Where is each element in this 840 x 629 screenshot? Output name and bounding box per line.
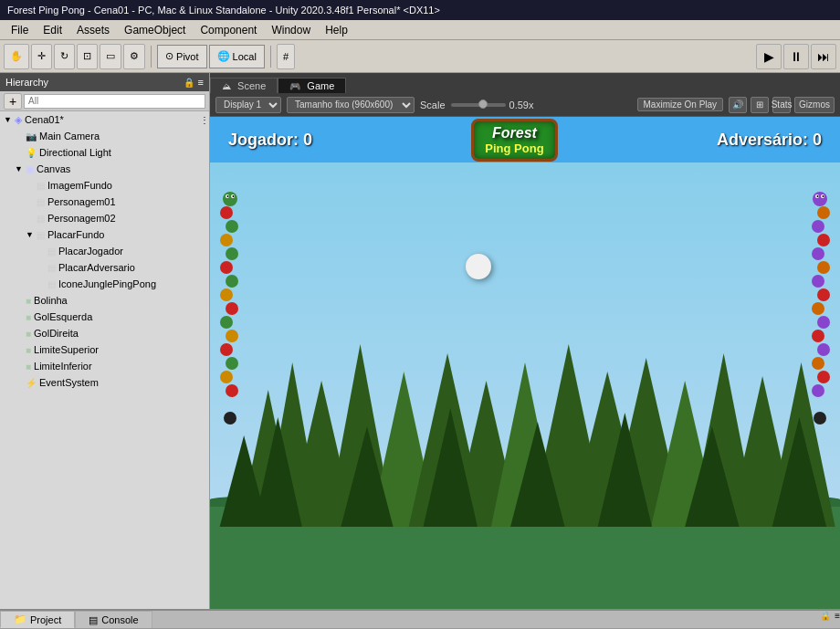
gizmos-button[interactable]: Gizmos <box>794 97 835 113</box>
svg-point-25 <box>226 220 238 233</box>
resolution-dropdown[interactable]: Tamanho fixo (960x600) <box>287 97 415 113</box>
tree-item-cena01[interactable]: ▼ ◈ Cena01* ⋮ <box>0 111 209 128</box>
game-logo: Forest Ping Pong <box>471 119 557 162</box>
svg-point-38 <box>224 412 236 425</box>
tree-item-personagem02[interactable]: ▤ Personagem02 <box>0 210 209 226</box>
tree-item-eventsystem[interactable]: ⚡ EventSystem <box>0 374 209 391</box>
game-toolbar: Display 1 Tamanho fixo (960x600) Scale 0… <box>210 93 840 117</box>
svg-point-41 <box>227 195 229 197</box>
tree-item-canvas[interactable]: ▼ ▣ Canvas <box>0 161 209 177</box>
tree-item-limitesuperior[interactable]: ■ LimiteSuperior <box>0 341 209 358</box>
scale-control: 0.59x <box>451 100 534 110</box>
viewport-tabs: ⛰ Scene 🎮 Game <box>210 73 840 93</box>
rect-icon-3: ▤ <box>37 214 45 224</box>
tree-item-placaradversario[interactable]: ▤ PlacarAdversario <box>0 259 209 276</box>
tab-project[interactable]: 📁 Project <box>0 611 75 628</box>
local-button[interactable]: 🌐 Local <box>209 45 265 68</box>
tree-item-goldireita[interactable]: ■ GolDireita <box>0 325 209 341</box>
svg-point-23 <box>223 192 237 206</box>
menu-gameobject[interactable]: GameObject <box>117 22 193 38</box>
tab-game[interactable]: 🎮 Game <box>278 78 346 93</box>
svg-point-24 <box>220 206 233 219</box>
cena01-menu-icon[interactable]: ⋮ <box>200 115 209 125</box>
rect-icon-2: ▤ <box>37 197 45 207</box>
svg-point-48 <box>817 261 830 274</box>
logo-pingpong-text: Ping Pong <box>485 142 543 155</box>
svg-point-46 <box>817 234 830 246</box>
tree-item-personagem01[interactable]: ▤ Personagem01 <box>0 194 209 210</box>
tree-item-iconejunglepingpong[interactable]: ▤ IconeJunglePingPong <box>0 276 209 292</box>
window-title: Forest Ping Pong - Cena01 - PC, Mac & Li… <box>7 5 440 16</box>
maximize-on-play-button[interactable]: Maximize On Play <box>637 98 724 111</box>
transform-tool-button[interactable]: ⚙ <box>123 44 145 69</box>
expand-cena01-icon: ▼ <box>4 115 13 124</box>
rotate-tool-button[interactable]: ↻ <box>54 44 75 69</box>
scale-tool-button[interactable]: ⊡ <box>77 44 98 69</box>
tab-scene[interactable]: ⛰ Scene <box>210 78 278 93</box>
svg-point-35 <box>226 357 238 370</box>
hierarchy-lock-icon[interactable]: 🔒 <box>184 78 194 88</box>
camera-icon: 📷 <box>26 131 37 142</box>
tab-console[interactable]: ▤ Console <box>75 611 152 628</box>
rect-icon-7: ▤ <box>47 279 56 289</box>
hand-tool-button[interactable]: ✋ <box>4 44 29 69</box>
play-button[interactable]: ▶ <box>756 44 782 69</box>
svg-point-42 <box>233 195 235 197</box>
tree-item-placarfundo[interactable]: ▼ ▤ PlacarFundo <box>0 226 209 243</box>
tree-item-golesquerda[interactable]: ■ GolEsquerda <box>0 309 209 325</box>
hierarchy-panel: Hierarchy 🔒 ≡ + ▼ ◈ Cena01* ⋮ 📷 Main Cam… <box>0 73 210 609</box>
extra-btn[interactable]: # <box>277 44 295 69</box>
scale-thumb <box>478 100 488 109</box>
display-dropdown[interactable]: Display 1 <box>215 97 281 113</box>
bottom-area: 📁 Project ▤ Console 🔒 ≡ + 🔍 ★ Favorites … <box>0 609 840 629</box>
tree-item-main-camera[interactable]: 📷 Main Camera <box>0 128 209 144</box>
aspect-icon-btn[interactable]: ⊞ <box>751 97 769 113</box>
menu-assets[interactable]: Assets <box>69 22 117 38</box>
scene-tab-icon: ⛰ <box>222 81 231 91</box>
svg-point-37 <box>226 384 238 397</box>
cube-icon-5: ■ <box>26 362 31 372</box>
canvas-icon: ▣ <box>26 164 34 174</box>
svg-point-36 <box>220 371 233 383</box>
svg-point-55 <box>812 357 824 370</box>
rect-tool-button[interactable]: ▭ <box>100 44 121 69</box>
bottom-menu-icon[interactable]: ≡ <box>835 611 840 628</box>
game-stats-btns: 🔊 ⊞ Stats Gizmos <box>729 97 835 113</box>
rect-icon-6: ▤ <box>47 263 56 273</box>
svg-point-58 <box>814 412 826 425</box>
step-button[interactable]: ⏭ <box>811 44 836 69</box>
rect-icon-1: ▤ <box>37 181 45 191</box>
tree-item-placarjogador[interactable]: ▤ PlacarJogador <box>0 243 209 259</box>
menu-window[interactable]: Window <box>264 22 318 38</box>
hierarchy-menu-icon[interactable]: ≡ <box>198 77 204 88</box>
svg-point-54 <box>817 343 830 356</box>
player-score: Jogador: 0 <box>228 131 312 150</box>
tree-item-limiteinferior[interactable]: ■ LimiteInferior <box>0 358 209 374</box>
score-bar: Jogador: 0 Forest Ping Pong Adversário: … <box>210 117 840 162</box>
viewport-area: ⛰ Scene 🎮 Game Display 1 Tamanho fixo (9… <box>210 73 840 609</box>
svg-point-31 <box>226 302 238 315</box>
light-icon: 💡 <box>26 148 37 158</box>
pause-button[interactable]: ⏸ <box>783 44 809 69</box>
audio-icon-btn[interactable]: 🔊 <box>729 97 747 113</box>
hierarchy-search-input[interactable] <box>24 94 205 109</box>
tree-item-bolinha[interactable]: ■ Bolinha <box>0 292 209 309</box>
svg-point-33 <box>226 330 238 342</box>
menu-edit[interactable]: Edit <box>36 22 69 38</box>
tree-item-imagemfundo[interactable]: ▤ ImagemFundo <box>0 177 209 194</box>
move-tool-button[interactable]: ✛ <box>31 44 52 69</box>
local-icon: 🌐 <box>217 50 230 62</box>
play-controls: ▶ ⏸ ⏭ <box>756 44 836 69</box>
menu-component[interactable]: Component <box>193 22 264 38</box>
menu-file[interactable]: File <box>4 22 36 38</box>
svg-point-57 <box>812 384 824 397</box>
tree-item-directional-light[interactable]: 💡 Directional Light <box>0 144 209 161</box>
bottom-lock-icon[interactable]: 🔒 <box>820 611 831 628</box>
hierarchy-add-btn[interactable]: + <box>4 93 22 110</box>
stats-button[interactable]: Stats <box>772 97 791 113</box>
hierarchy-header: Hierarchy 🔒 ≡ <box>0 73 209 91</box>
scale-slider[interactable] <box>451 103 506 107</box>
pivot-button[interactable]: ⊙ Pivot <box>157 45 207 68</box>
menu-help[interactable]: Help <box>318 22 355 38</box>
rect-icon-4: ▤ <box>37 230 45 240</box>
